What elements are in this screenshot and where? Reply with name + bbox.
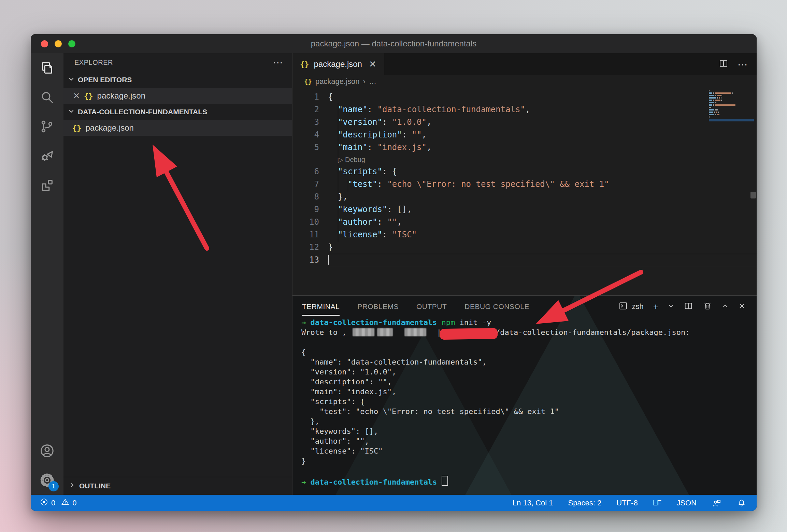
folder-section-header[interactable]: DATA-COLLECTION-FUNDAMENTALS xyxy=(63,104,292,120)
line-number: 13 xyxy=(292,254,328,266)
open-editors-section[interactable]: OPEN EDITORS xyxy=(63,72,292,88)
minimap-line xyxy=(709,116,754,118)
code-line-13: 13 xyxy=(292,254,757,266)
code-line-9: 9 "keywords": [], xyxy=(292,203,757,216)
tree-item-package-json[interactable]: {} package.json xyxy=(63,120,292,136)
open-editor-item-package-json[interactable]: ✕ {} package.json xyxy=(63,88,292,104)
redaction-blur xyxy=(377,328,393,336)
breadcrumb-ellipsis[interactable]: … xyxy=(369,77,376,86)
code-line-10: 10 "author": "", xyxy=(292,216,757,228)
line-number: 6 xyxy=(292,165,328,178)
open-editor-filename: package.json xyxy=(97,91,145,101)
line-number: 4 xyxy=(292,129,328,141)
tree-item-filename: package.json xyxy=(86,123,134,133)
settings-gear-icon[interactable]: 1 xyxy=(31,466,63,495)
close-panel-icon[interactable] xyxy=(738,302,746,311)
explorer-sidebar: EXPLORER ⋯ OPEN EDITORS ✕ {} package.jso… xyxy=(63,53,292,495)
minimap-line xyxy=(709,104,754,106)
terminal-line: Wrote to , |/1Playground/data-collection… xyxy=(301,327,753,337)
codelens-debug[interactable]: ▷ Debug xyxy=(292,154,757,165)
line-number: 10 xyxy=(292,216,328,228)
breadcrumb[interactable]: {} package.json › … xyxy=(292,75,757,88)
code-line-12: 12} xyxy=(292,241,757,254)
explorer-more-actions-icon[interactable]: ⋯ xyxy=(273,61,284,64)
code-line-1: 1{ xyxy=(292,91,757,103)
tab-label: package.json xyxy=(314,59,362,69)
minimap[interactable] xyxy=(709,90,754,122)
encoding-status[interactable]: UTF-8 xyxy=(616,499,638,507)
json-file-icon: {} xyxy=(304,78,312,85)
error-icon xyxy=(40,498,48,508)
indentation-status[interactable]: Spaces: 2 xyxy=(568,499,601,507)
line-number: 7 xyxy=(292,178,328,191)
close-editor-icon[interactable]: ✕ xyxy=(73,91,80,101)
cursor-position-status[interactable]: Ln 13, Col 1 xyxy=(513,499,553,507)
terminal-line: }, xyxy=(301,416,753,426)
search-icon[interactable] xyxy=(31,83,63,112)
code-editor[interactable]: 1{2 "name": "data-collection-fundamental… xyxy=(292,88,757,298)
terminal-line: "description": "", xyxy=(301,377,753,387)
breadcrumb-file[interactable]: package.json xyxy=(315,77,360,86)
panel-tab-debug-console[interactable]: DEBUG CONSOLE xyxy=(464,298,529,316)
split-terminal-icon[interactable] xyxy=(684,301,693,312)
panel-tabs: TERMINALPROBLEMSOUTPUTDEBUG CONSOLE xyxy=(292,298,529,316)
warning-icon xyxy=(61,498,70,508)
title-bar[interactable]: package.json — data-collection-fundament… xyxy=(31,34,757,53)
language-mode-status[interactable]: JSON xyxy=(676,499,697,507)
source-control-icon[interactable] xyxy=(31,112,63,141)
account-icon[interactable] xyxy=(31,436,63,466)
explorer-icon[interactable] xyxy=(31,53,63,83)
line-number: 5 xyxy=(292,141,328,154)
redaction-bar xyxy=(440,328,498,340)
window-title: package.json — data-collection-fundament… xyxy=(31,39,757,48)
panel-tab-terminal[interactable]: TERMINAL xyxy=(302,298,340,316)
outline-label: OUTLINE xyxy=(79,482,111,490)
editor-group: {} package.json ✕ ⋯ {} package.json › … … xyxy=(292,53,757,495)
terminal-line: → data-collection-fundamentals npm init … xyxy=(301,317,753,327)
editor-scrollbar-handle[interactable] xyxy=(750,192,756,198)
minimap-line xyxy=(709,107,754,109)
chevron-down-icon xyxy=(68,76,74,84)
terminal-panel: TERMINALPROBLEMSOUTPUTDEBUG CONSOLE zsh … xyxy=(292,295,757,495)
line-number: 1 xyxy=(292,91,328,103)
shell-name[interactable]: zsh xyxy=(632,302,644,311)
terminal-output[interactable]: → data-collection-fundamentals npm init … xyxy=(301,317,753,495)
line-number: 3 xyxy=(292,116,328,129)
panel-tab-output[interactable]: OUTPUT xyxy=(416,298,447,316)
eol-status[interactable]: LF xyxy=(653,499,662,507)
maximize-panel-chevron-icon[interactable] xyxy=(722,302,729,311)
feedback-icon[interactable] xyxy=(712,498,722,508)
extensions-icon[interactable] xyxy=(31,171,63,200)
terminal-line: → data-collection-fundamentals xyxy=(301,476,753,486)
problems-status[interactable]: 0 0 xyxy=(40,498,77,508)
terminal-shell-icon[interactable] xyxy=(618,301,628,312)
terminal-line xyxy=(301,466,753,476)
terminal-dropdown-chevron-icon[interactable] xyxy=(668,303,674,310)
tab-package-json[interactable]: {} package.json ✕ xyxy=(292,53,384,75)
run-debug-icon[interactable] xyxy=(31,141,63,171)
terminal-line: "scripts": { xyxy=(301,397,753,407)
panel-controls: zsh + xyxy=(618,301,757,312)
kill-terminal-trash-icon[interactable] xyxy=(703,301,712,312)
terminal-line: "main": "index.js", xyxy=(301,387,753,397)
tab-close-icon[interactable]: ✕ xyxy=(369,59,376,70)
folder-name-label: DATA-COLLECTION-FUNDAMENTALS xyxy=(78,108,207,116)
outline-section[interactable]: OUTLINE xyxy=(63,477,292,495)
editor-more-actions-icon[interactable]: ⋯ xyxy=(738,58,748,70)
code-line-11: 11 "license": "ISC" xyxy=(292,228,757,241)
terminal-line: "author": "", xyxy=(301,436,753,446)
panel-tab-problems[interactable]: PROBLEMS xyxy=(357,298,399,316)
notifications-bell-icon[interactable] xyxy=(737,498,746,508)
terminal-line: "keywords": [], xyxy=(301,426,753,436)
settings-badge: 1 xyxy=(48,481,59,491)
redaction-blur xyxy=(404,328,426,336)
json-file-icon: {} xyxy=(72,124,82,132)
vscode-window: package.json — data-collection-fundament… xyxy=(31,34,757,511)
split-editor-icon[interactable] xyxy=(718,58,729,70)
sidebar-title: EXPLORER xyxy=(74,59,113,66)
minimap-line xyxy=(709,100,754,102)
minimap-line xyxy=(709,114,754,116)
code-line-8: 8 }, xyxy=(292,191,757,203)
code-line-5: 5 "main": "index.js", xyxy=(292,141,757,154)
new-terminal-icon[interactable]: + xyxy=(653,301,658,312)
